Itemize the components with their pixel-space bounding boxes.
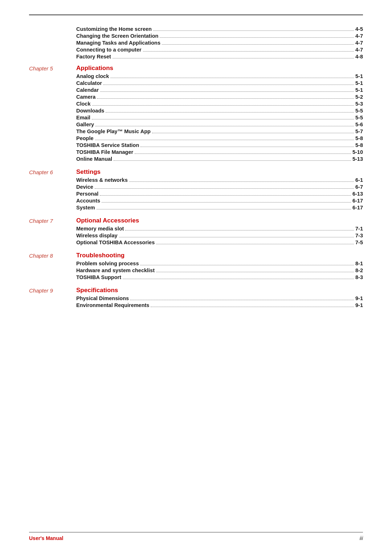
- chapters-container: Chapter 5Applications Analog clock 5-1 C…: [29, 65, 363, 308]
- entry-dots: [113, 58, 354, 58]
- entry-page: 6-1: [355, 177, 363, 183]
- toc-entry: Accounts 6-17: [76, 198, 363, 204]
- toc-entry: Gallery 5-6: [76, 122, 363, 127]
- entry-dots: [162, 44, 354, 45]
- entry-dots: [156, 272, 354, 272]
- entry-dots: [102, 202, 351, 203]
- entry-title: TOSHIBA Support: [76, 274, 121, 280]
- entry-page: 4-5: [355, 26, 363, 32]
- chapter-title: Troubleshooting: [76, 252, 363, 259]
- entry-page: 6-17: [352, 205, 363, 210]
- entry-page: 5-5: [355, 115, 363, 120]
- entry-dots: [129, 181, 354, 182]
- chapter-label: Chapter 6: [29, 168, 76, 175]
- pre-chapter-entries: Customizing the Home screen 4-5 Changing…: [76, 26, 363, 60]
- entry-dots: [100, 195, 351, 196]
- toc-entry: TOSHIBA Service Station 5-8: [76, 142, 363, 148]
- toc-entry: Physical Dimensions 9-1: [76, 295, 363, 301]
- toc-entry: Factory Reset 4-8: [76, 54, 363, 60]
- entry-dots: [152, 133, 354, 133]
- toc-entry: Optional TOSHIBA Accessories 7-5: [76, 240, 363, 245]
- entry-title: Analog clock: [76, 73, 109, 79]
- chapter-section-8: Chapter 8Troubleshooting Problem solving…: [29, 252, 363, 280]
- toc-entry: Personal 6-13: [76, 191, 363, 197]
- toc-entry: TOSHIBA File Manager 5-10: [76, 149, 363, 155]
- entry-title: Downloads: [76, 108, 104, 114]
- entry-dots: [153, 30, 354, 31]
- entry-dots: [95, 140, 354, 140]
- entry-dots: [156, 244, 354, 244]
- toc-entries-list: Memory media slot 7-1 Wireless display 7…: [76, 226, 363, 245]
- chapter-section-9: Chapter 9Specifications Physical Dimensi…: [29, 287, 363, 308]
- chapter-row-6: Chapter 6Settings: [29, 168, 363, 176]
- toc-entry: Wireless display 7-3: [76, 233, 363, 238]
- entry-title: Accounts: [76, 198, 100, 204]
- entry-dots: [160, 37, 354, 38]
- entry-dots: [125, 230, 354, 230]
- toc-entry: Wireless & networks 6-1: [76, 177, 363, 183]
- entry-page: 5-3: [355, 101, 363, 107]
- chapter-section-6: Chapter 6Settings Wireless & networks 6-…: [29, 168, 363, 210]
- entry-page: 5-1: [355, 87, 363, 93]
- toc-entries-list: Problem solving process 8-1 Hardware and…: [76, 261, 363, 280]
- toc-entry: Customizing the Home screen 4-5: [76, 26, 363, 32]
- chapter-row-9: Chapter 9Specifications: [29, 287, 363, 294]
- entry-dots: [92, 105, 354, 106]
- entry-page: 7-3: [355, 233, 363, 238]
- entry-page: 8-3: [355, 274, 363, 280]
- toc-entry: Calendar 5-1: [76, 87, 363, 93]
- entry-title: Email: [76, 115, 90, 120]
- chapter-label: Chapter 8: [29, 252, 76, 259]
- entry-page: 5-7: [355, 128, 363, 134]
- entry-title: Hardware and system checklist: [76, 267, 155, 273]
- entry-title: Connecting to a computer: [76, 47, 142, 53]
- entry-title: Problem solving process: [76, 261, 139, 266]
- footer: User's Manual iii: [29, 532, 363, 541]
- entry-dots: [100, 91, 354, 92]
- toc-entry: People 5-8: [76, 135, 363, 141]
- entry-page: 8-1: [355, 261, 363, 266]
- top-rule: [29, 15, 363, 15]
- chapter-title: Optional Accessories: [76, 217, 363, 224]
- entry-page: 5-8: [355, 142, 363, 148]
- entry-page: 7-5: [355, 240, 363, 245]
- entry-title: Clock: [76, 101, 91, 107]
- toc-entry: Memory media slot 7-1: [76, 226, 363, 232]
- entry-title: Camera: [76, 94, 95, 100]
- toc-entry: Downloads 5-5: [76, 108, 363, 114]
- chapter-section-7: Chapter 7Optional Accessories Memory med…: [29, 217, 363, 245]
- entry-dots: [114, 160, 351, 161]
- entry-page: 6-13: [352, 191, 363, 197]
- entry-page: 5-1: [355, 80, 363, 86]
- entry-dots: [110, 78, 354, 78]
- entry-title: TOSHIBA Service Station: [76, 142, 139, 148]
- entry-title: TOSHIBA File Manager: [76, 149, 133, 155]
- entry-page: 4-7: [355, 33, 363, 39]
- chapter-title: Applications: [76, 65, 363, 72]
- toc-entry: Email 5-5: [76, 115, 363, 120]
- toc-entry: Device 6-7: [76, 184, 363, 190]
- entry-title: Factory Reset: [76, 54, 111, 60]
- entry-dots: [123, 279, 354, 279]
- entry-title: Calendar: [76, 87, 99, 93]
- toc-entry: The Google Play™ Music App 5-7: [76, 128, 363, 134]
- entry-title: Calculator: [76, 80, 102, 86]
- entry-title: Wireless display: [76, 233, 118, 238]
- entry-title: System: [76, 205, 95, 210]
- entry-page: 9-1: [355, 302, 363, 308]
- entry-dots: [151, 307, 354, 307]
- entry-page: 6-17: [352, 198, 363, 204]
- footer-page-number: iii: [360, 535, 363, 541]
- entry-title: Memory media slot: [76, 226, 124, 232]
- page-container: Customizing the Home screen 4-5 Changing…: [0, 0, 392, 552]
- toc-entry: Problem solving process 8-1: [76, 261, 363, 266]
- entry-dots: [92, 119, 354, 119]
- entry-title: Managing Tasks and Applications: [76, 40, 160, 46]
- footer-manual-label: User's Manual: [29, 535, 63, 541]
- toc-entries-list: Analog clock 5-1 Calculator 5-1 Calendar…: [76, 73, 363, 162]
- entry-page: 4-8: [355, 54, 363, 60]
- entry-dots: [143, 51, 354, 52]
- entry-dots: [95, 188, 354, 189]
- toc-entry: Clock 5-3: [76, 101, 363, 107]
- toc-entries-list: Wireless & networks 6-1 Device 6-7 Perso…: [76, 177, 363, 210]
